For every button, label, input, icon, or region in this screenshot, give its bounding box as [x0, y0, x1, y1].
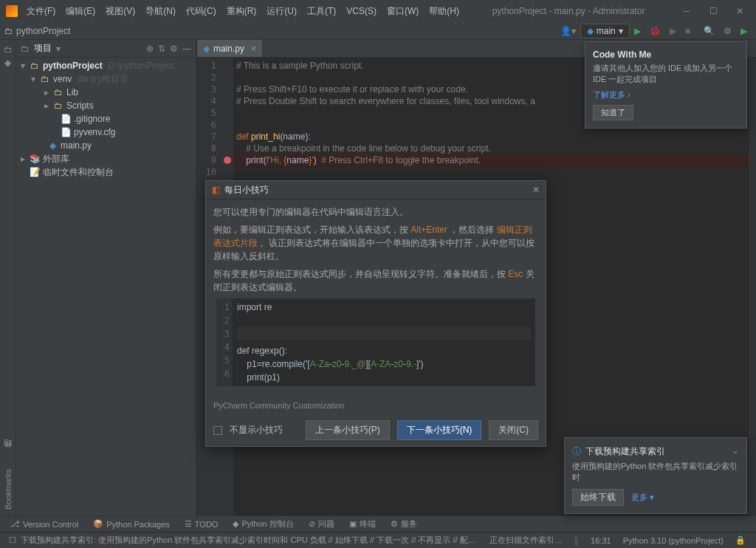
menu-tools[interactable]: 工具(T)	[303, 4, 340, 19]
package-icon: 📦	[93, 519, 103, 529]
select-opened-file-icon[interactable]: ⊕	[146, 44, 154, 54]
menu-code[interactable]: 代码(C)	[182, 4, 221, 19]
status-progress[interactable]: 正在扫描文件索引…	[484, 535, 568, 546]
todo-icon: ☰	[185, 519, 192, 529]
tree-main[interactable]: main.py	[61, 140, 92, 151]
chevron-down-icon[interactable]: ▾	[56, 44, 61, 54]
status-message[interactable]: 下载预构建共享索引: 使用预构建的Python 软件包共享索引减少索引时间和 C…	[21, 535, 484, 546]
tip-icon: ◧	[212, 185, 220, 195]
project-sidebar: 🗀 项目 ▾ ⊕ ⇅ ⚙ — ▾🗀pythonProjectD:\pythonP…	[16, 40, 196, 516]
commit-tool-icon[interactable]: ◆	[4, 58, 11, 68]
menu-edit[interactable]: 编辑(E)	[61, 4, 100, 19]
problems-tool[interactable]: ⊘问题	[303, 518, 340, 530]
dont-show-checkbox[interactable]	[213, 426, 222, 435]
editor-tab-main[interactable]: ◆ main.py ×	[196, 39, 263, 57]
cwm-got-it-button[interactable]: 知道了	[593, 105, 633, 120]
structure-tool[interactable]: 结构	[2, 448, 13, 460]
status-time: 16:31	[585, 536, 617, 545]
bottom-tool-window-bar: ⎇Version Control 📦Python Packages ☰TODO …	[0, 516, 756, 532]
dialog-title: 每日小技巧	[224, 184, 269, 196]
chevron-down-icon[interactable]: ⌄	[732, 445, 739, 456]
terminal-icon: ▣	[349, 519, 357, 529]
next-tip-button[interactable]: 下一条小技巧(N)	[397, 420, 482, 440]
services-tool[interactable]: ⚙服务	[385, 518, 423, 530]
tool-window-toggle-icon[interactable]: ☐	[4, 535, 21, 545]
sidebar-title: 项目	[34, 42, 52, 55]
tip-content: 您可以使用专门的编辑器在代码中编辑语言注入。 例如，要编辑正则表达式，开始输入该…	[206, 199, 546, 397]
bookmarks-tool[interactable]: Bookmarks	[4, 463, 13, 516]
cwm-desc: 邀请其他人加入您的 IDE 或加入另一个 IDE 一起完成项目	[593, 63, 739, 85]
close-tips-button[interactable]: 关闭(C)	[489, 420, 538, 440]
stop-button[interactable]: ■	[681, 26, 695, 36]
console-icon: ◆	[233, 519, 238, 529]
chevron-down-icon: ▾	[619, 26, 623, 36]
dont-show-label[interactable]: 不显示小技巧	[230, 424, 283, 436]
menu-vcs[interactable]: VCS(S)	[342, 4, 381, 18]
code-with-me-popup: Code With Me 邀请其他人加入您的 IDE 或加入另一个 IDE 一起…	[585, 41, 747, 129]
tree-pyvenv[interactable]: pyvenv.cfg	[74, 127, 115, 137]
run-button[interactable]: ▶	[630, 26, 645, 36]
app-icon	[6, 5, 18, 17]
hide-icon[interactable]: —	[182, 44, 191, 54]
run-config-selector[interactable]: ◆ main ▾	[580, 24, 630, 38]
previous-tip-button[interactable]: 上一条小技巧(P)	[306, 420, 390, 440]
index-title: 下载预构建共享索引	[585, 445, 665, 458]
navigation-bar: 🗀 pythonProject 👤▾ ◆ main ▾ ▶ 🐞 ▶ ■ 🔍 ⚙ …	[0, 22, 756, 40]
search-icon[interactable]: 🔍	[699, 26, 719, 36]
more-options-link[interactable]: 更多 ▾	[631, 492, 654, 503]
menu-run[interactable]: 运行(U)	[262, 4, 301, 19]
run-config-label: main	[597, 26, 616, 36]
tree-external[interactable]: 外部库	[43, 153, 69, 165]
menu-window[interactable]: 窗口(W)	[382, 4, 423, 19]
folder-icon: 🗀	[4, 26, 13, 36]
shared-index-popup: ⌄ ⓘ下载预构建共享索引 使用预构建的Python 软件包共享索引减少索引时 始…	[564, 437, 747, 514]
project-view-icon: 🗀	[21, 44, 30, 54]
gear-icon[interactable]: ⚙	[170, 44, 178, 54]
left-tool-gutter: 🗀 ◆ 结构 Bookmarks	[0, 40, 16, 516]
tree-venv[interactable]: venv	[53, 74, 72, 84]
editor-scrollbar[interactable]	[749, 58, 756, 516]
info-icon: ⓘ	[572, 445, 581, 458]
todo-tool[interactable]: ☰TODO	[179, 519, 224, 529]
lock-icon[interactable]: 🔒	[729, 535, 752, 545]
settings-icon[interactable]: ⚙	[719, 26, 736, 36]
python-packages-tool[interactable]: 📦Python Packages	[87, 519, 176, 529]
python-icon: ◆	[587, 26, 594, 36]
breadcrumb-project[interactable]: pythonProject	[16, 26, 70, 36]
code-with-me-icon[interactable]: 👤▾	[556, 26, 580, 36]
close-window-button[interactable]: ✕	[726, 0, 753, 22]
project-tree[interactable]: ▾🗀pythonProjectD:\pythonProject ▾🗀venvli…	[16, 58, 196, 516]
run-with-coverage-icon[interactable]: ▶	[665, 26, 681, 36]
close-tab-icon[interactable]: ×	[251, 44, 256, 54]
python-console-tool[interactable]: ◆Python 控制台	[227, 518, 299, 530]
menu-navigate[interactable]: 导航(N)	[141, 4, 180, 19]
cwm-title: Code With Me	[593, 49, 739, 60]
window-title: pythonProject - main.py - Administrator	[465, 6, 672, 16]
project-tool-icon[interactable]: 🗀	[4, 44, 13, 55]
tree-scratches[interactable]: 临时文件和控制台	[43, 166, 114, 179]
debug-button[interactable]: 🐞	[645, 26, 665, 36]
dialog-close-icon[interactable]: ✕	[532, 185, 540, 195]
always-download-button[interactable]: 始终下载	[572, 489, 624, 506]
menu-view[interactable]: 视图(V)	[101, 4, 140, 19]
terminal-tool[interactable]: ▣终端	[343, 518, 382, 530]
tree-scripts[interactable]: Scripts	[66, 100, 94, 111]
expand-all-icon[interactable]: ⇅	[158, 44, 165, 54]
tree-lib[interactable]: Lib	[66, 87, 78, 97]
breakpoint-icon[interactable]	[224, 157, 231, 164]
version-control-tool[interactable]: ⎇Version Control	[4, 519, 84, 529]
tree-gitignore[interactable]: .gitignore	[74, 114, 110, 124]
cwm-learn-more-link[interactable]: 了解更多 ›	[593, 89, 739, 100]
minimize-button[interactable]: ─	[673, 0, 700, 22]
tip-code-example: 123456 import re def regexp(): p1=re.com…	[216, 298, 535, 386]
plugins-icon[interactable]: ▶	[736, 26, 752, 36]
maximize-button[interactable]: ☐	[700, 0, 726, 22]
tip-footer: PyCharm Community Customization	[206, 397, 546, 414]
menu-help[interactable]: 帮助(H)	[425, 4, 464, 19]
menu-refactor[interactable]: 重构(R)	[222, 4, 261, 19]
branch-icon: ⎇	[10, 519, 20, 529]
tree-root[interactable]: pythonProject	[43, 61, 103, 71]
status-interpreter[interactable]: Python 3.10 (pythonProject)	[617, 536, 729, 545]
menu-file[interactable]: 文件(F)	[22, 4, 60, 19]
warning-icon: ⊘	[309, 519, 315, 529]
